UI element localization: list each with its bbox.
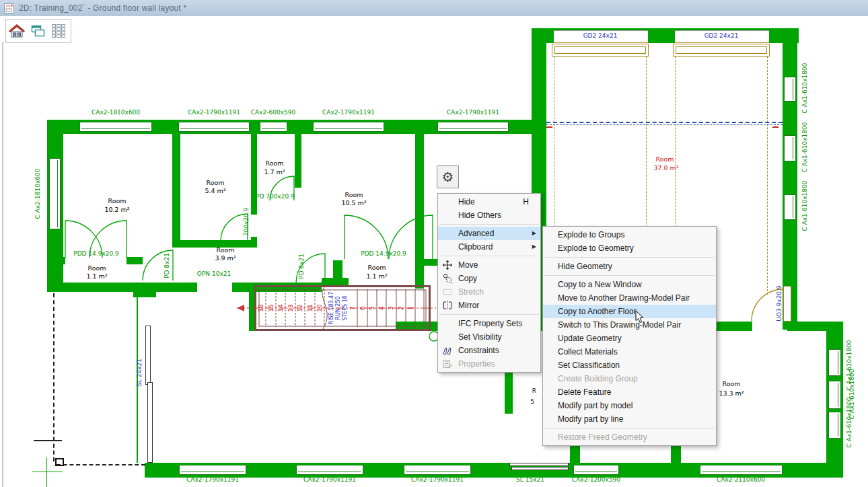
stair-step-number: 15 — [268, 304, 275, 311]
room-area: 10.5 m² — [341, 200, 366, 207]
window-icon — [4, 3, 14, 13]
stair-step-number: 11 — [307, 304, 314, 311]
door-label: SL 15x21 — [516, 476, 544, 483]
stair-run-label: RUN 250 — [335, 296, 341, 320]
door-label: 700x20.9 — [243, 208, 250, 237]
menu-item-stretch[interactable]: Stretch — [438, 285, 540, 299]
submenu-item-explode-to-groups[interactable]: Explode to Groups — [543, 228, 716, 241]
submenu-item-copy-to-a-new-window[interactable]: Copy to a New Window — [543, 278, 716, 291]
submenu-item-modify-part-by-model[interactable]: Modify part by model — [543, 399, 716, 412]
window-label: CAx2-1200x590 — [572, 476, 620, 483]
submenu-item-collect-materials[interactable]: Collect Materials — [543, 345, 716, 359]
menu-item-move[interactable]: Move — [438, 258, 540, 272]
window-label: CAx2-2110x600 — [717, 476, 765, 483]
copy-icon — [442, 273, 453, 284]
room-label: Room — [345, 192, 363, 199]
window-label: CAx2-1790x1191 — [447, 109, 499, 116]
stair-step-number: 3 — [388, 306, 394, 310]
submenu-item-restore-freed-geometry[interactable]: Restore Freed Geometry — [543, 430, 716, 444]
room-area: 37.0 m² — [653, 165, 678, 172]
room-label: Room — [206, 180, 224, 187]
stair-step-number: 13 — [287, 304, 294, 311]
mirror-icon — [442, 300, 453, 311]
menu-item-mirror[interactable]: Mirror — [438, 299, 540, 312]
partially-hidden-room-label: 5 — [530, 398, 534, 405]
submenu-item-set-classification[interactable]: Set Classification — [543, 359, 716, 372]
door-label: PD 700x20.9 — [256, 193, 295, 200]
mouse-cursor — [635, 310, 645, 327]
menu-item-hide-others[interactable]: Hide Others — [438, 209, 540, 222]
menu-item-ifc-property-sets[interactable]: IFC Property Sets — [438, 317, 540, 330]
window-label: CAx2-1790x1191 — [411, 476, 464, 483]
menu-item-hide[interactable]: Hide H — [438, 195, 540, 209]
menu-separator — [544, 257, 715, 258]
submenu-arrow-icon: ▶ — [532, 240, 536, 254]
house-view-button[interactable] — [6, 20, 27, 42]
tile-windows-icon — [50, 24, 67, 39]
partially-hidden-room-label: R — [532, 387, 536, 394]
opening-label: OPN 10x21 — [197, 270, 231, 277]
stair-step-number: 12 — [297, 304, 303, 311]
cascade-windows-button[interactable] — [27, 20, 48, 42]
room-area: 5.4 m² — [205, 188, 225, 195]
room-label: Room — [367, 264, 386, 272]
door-label: PD 8x21 — [164, 253, 170, 278]
submenu-item-move-to-another-drawing-model-pair[interactable]: Move to Another Drawing-Model Pair — [543, 291, 716, 305]
menu-item-properties[interactable]: Properties — [438, 357, 540, 371]
stair-step-number: 16 — [258, 304, 264, 312]
move-icon — [442, 260, 453, 270]
submenu-item-explode-to-geometry[interactable]: Explode to Geometry — [543, 241, 716, 255]
room-label: Room — [108, 198, 126, 205]
stair-rise-label: RISE 183.47 — [328, 292, 334, 325]
gear-button[interactable]: ⚙ — [437, 165, 459, 188]
house-icon — [8, 23, 26, 39]
room-label: Room — [722, 381, 740, 388]
properties-icon — [442, 359, 453, 369]
submenu-item-hide-geometry[interactable]: Hide Geometry — [543, 260, 716, 273]
stair-step-number: 7 — [349, 306, 356, 310]
submenu-item-create-building-group[interactable]: Create Building Group — [543, 372, 716, 385]
stair-step-number: 4 — [378, 306, 385, 310]
menu-separator — [439, 314, 539, 315]
room-area: 3.9 m² — [215, 255, 236, 262]
plan-annotations: 16 15 14 13 12 11 10 7 6 5 4 3 2 1 RISE … — [0, 0, 868, 487]
room-label: Room — [655, 156, 674, 163]
submenu-item-update-geometry[interactable]: Update Geometry — [543, 332, 716, 345]
submenu-item-copy-to-another-floor[interactable]: Copy to Another Floor — [543, 305, 716, 318]
submenu-item-switch-to-this-drawing-model-pair[interactable]: Switch to This Drawing-Model Pair — [543, 318, 716, 332]
tile-windows-button[interactable] — [48, 20, 69, 42]
window-label: CAx2-1790x1191 — [303, 476, 356, 483]
context-menu: Hide H Hide Others Advanced ▶ Clipboard … — [437, 193, 541, 373]
window-title: 2D: Training_002` - Ground floor wall la… — [19, 3, 186, 13]
room-label: Room — [216, 247, 234, 254]
constraints-icon — [442, 345, 453, 356]
menu-separator — [544, 428, 715, 428]
room-area: 1.1 m² — [366, 273, 387, 280]
cascade-windows-icon — [30, 24, 46, 38]
menu-item-set-visibility[interactable]: Set Visibility — [438, 330, 540, 344]
stair-step-number: 2 — [398, 306, 404, 310]
garage-door-label: GD2 24x21 — [583, 32, 618, 39]
shortcut-hide: H — [523, 195, 529, 209]
window-label: CAx2-1790x1191 — [188, 109, 240, 116]
stair-step-number: 5 — [369, 306, 375, 310]
stair-step-number: 10 — [316, 304, 323, 312]
submenu-item-modify-part-by-line[interactable]: Modify part by line — [543, 412, 716, 426]
title-bar: 2D: Training_002` - Ground floor wall la… — [0, 0, 868, 16]
menu-item-constraints[interactable]: Constraints — [438, 344, 540, 357]
submenu-arrow-icon: ▶ — [532, 227, 536, 240]
stair-step-number: 6 — [359, 306, 366, 310]
window-label: C Ax1-610x1800 — [801, 63, 808, 113]
submenu-item-delete-feature[interactable]: Delete Feature — [543, 385, 716, 399]
menu-item-clipboard[interactable]: Clipboard ▶ — [438, 240, 540, 254]
room-area: 13.3 m² — [719, 390, 744, 398]
garage-door-label: GD2 24x21 — [704, 32, 739, 39]
room-area: 1.1 m² — [86, 273, 107, 280]
room-label: Room — [265, 160, 283, 167]
window-label: C Ax1-610x1800 — [846, 397, 853, 447]
menu-item-copy[interactable]: Copy — [438, 272, 540, 285]
menu-separator — [439, 256, 539, 256]
menu-item-advanced[interactable]: Advanced ▶ — [438, 227, 540, 240]
room-area: 1.7 m² — [264, 169, 285, 176]
window-label: CAx2-1790x1191 — [322, 109, 375, 116]
